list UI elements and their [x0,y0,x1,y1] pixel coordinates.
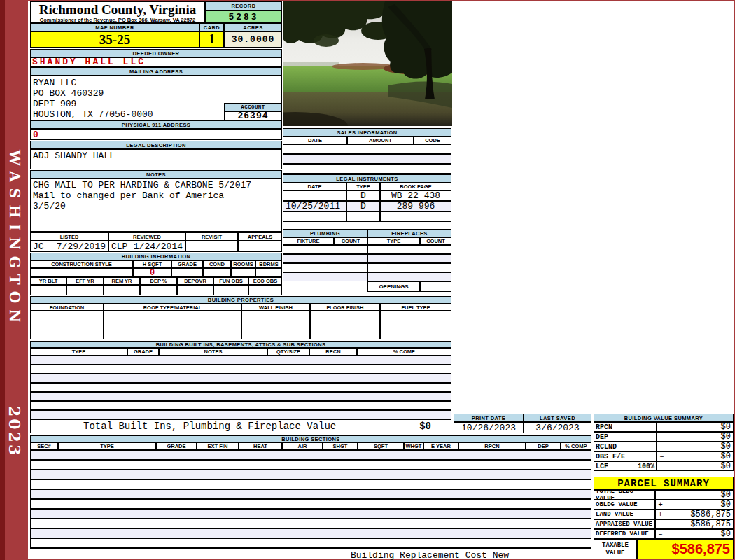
plumbing-count-label: COUNT [334,237,368,245]
funobs-label: FUN OBS [214,277,248,285]
hsqft-value[interactable]: 0 [133,268,172,277]
bvs-op: – [657,452,666,461]
building-sections-row[interactable] [30,489,592,499]
listed-value[interactable]: JC 7/29/2019 [30,241,108,252]
building-sections-row[interactable] [30,538,592,548]
bdrms-value[interactable] [255,268,282,277]
bs-dep-label: DEP [526,442,561,450]
cond-value[interactable] [203,268,231,277]
bvs-row-lcf: LCF100% $0 [594,461,734,471]
yrblt-label: YR BLT [30,277,66,285]
account-value[interactable]: 26394 [224,111,282,120]
floor-finish-value[interactable] [310,311,380,340]
revisit-value[interactable] [186,241,238,252]
plumbing-row[interactable] [283,254,368,263]
building-sections-row[interactable] [30,519,592,528]
card-value[interactable]: 1 [200,31,224,48]
li-bookpage[interactable]: WB 22 438 [380,190,451,201]
fuel-type-label: FUEL TYPE [380,304,451,311]
building-sections-row[interactable] [30,528,592,538]
roof-type-value[interactable] [104,311,241,340]
fireplace-count-label: COUNT [420,237,451,245]
sales-row[interactable] [283,154,451,164]
sales-amount-label: AMOUNT [347,136,414,144]
notes-box[interactable]: CHG MAIL TO PER HARDING & CARBONE 5/2017… [30,178,282,232]
built-ins-row[interactable] [30,401,451,410]
ps-value: $0 [665,491,733,499]
li-date-label: DATE [283,183,346,190]
appeals-value[interactable] [238,241,282,252]
bvs-op [657,462,666,470]
rooms-value[interactable] [231,268,255,277]
ps-op: – [656,530,665,538]
li-type[interactable]: D [346,201,380,211]
reviewed-value[interactable]: CLP 1/24/2014 [108,241,186,252]
yrblt-value[interactable] [30,285,66,295]
fireplace-row[interactable] [368,272,451,281]
li-bookpage[interactable]: 289 996 [380,201,451,211]
map-number-value[interactable]: 35-25 [30,31,200,48]
built-ins-row[interactable] [30,410,451,419]
bi-qtysize-label: QTY/SIZE [267,348,309,356]
built-ins-row[interactable] [30,392,451,401]
fireplace-row[interactable] [368,263,451,272]
legal-description-value[interactable]: ADJ SHANDY HALL [30,149,282,169]
physical-911-value[interactable]: 0 [30,129,282,140]
deeded-owner-value[interactable]: SHANDY HALL LLC [30,57,282,67]
fuel-type-value[interactable] [380,311,451,340]
built-ins-row[interactable] [30,356,451,365]
funobs-value[interactable] [214,285,248,295]
building-sections-row[interactable] [30,460,592,470]
wall-finish-label: WALL FINISH [241,304,310,311]
building-sections-row[interactable] [30,470,592,479]
bs-air-label: AIR [282,442,323,450]
building-sections-row[interactable] [30,450,592,460]
notes-line: CHG MAIL TO PER HARDING & CARBONE 5/2017 [33,180,281,190]
print-date-value: 10/26/2023 [454,422,524,433]
footer-row: Building Replacement Cost New [30,548,592,559]
bs-rpcn-label: RPCN [458,442,526,450]
plumbing-row[interactable] [283,263,368,272]
depovr-value[interactable] [177,285,214,295]
building-sections-row[interactable] [30,479,592,489]
mailing-address-box[interactable]: RYAN LLC PO BOX 460329 DEPT 909 HOUSTON,… [30,76,282,120]
built-ins-row[interactable] [30,365,451,374]
bi-grade-label: GRADE [127,348,159,356]
building-sections-row[interactable] [30,509,592,519]
built-ins-row[interactable] [30,383,451,392]
li-date[interactable] [283,211,346,222]
plumbing-row[interactable] [283,245,368,254]
ps-row-obldg: OBLDG VALUE + $0 [594,500,734,510]
grade-value[interactable] [172,268,203,277]
li-date[interactable] [283,190,346,201]
built-ins-row[interactable] [30,374,451,383]
li-type[interactable]: D [346,190,380,201]
bs-sqft-label: SQFT [358,442,404,450]
li-bookpage[interactable] [380,211,451,222]
fireplace-row[interactable] [368,245,451,254]
li-date[interactable]: 10/25/2011 [283,201,346,211]
foundation-value[interactable] [30,311,104,340]
bi-type-label: TYPE [30,348,127,356]
bs-shgt-label: SHGT [323,442,358,450]
record-value[interactable]: 5283 [205,10,282,23]
fireplace-row[interactable] [368,254,451,263]
construction-style-value[interactable] [30,268,133,277]
li-type[interactable] [346,211,380,222]
wall-finish-value[interactable] [241,311,310,340]
hsqft-label: H SQFT [133,260,172,268]
building-sections-row[interactable] [30,499,592,509]
plumbing-row[interactable] [283,272,368,281]
sales-row[interactable] [283,144,451,154]
remyr-value[interactable] [104,285,140,295]
deppct-value[interactable] [140,285,177,295]
last-saved-label: LAST SAVED [524,414,592,422]
ps-row-deferred: DEFERRED VALUE – $0 [594,529,734,539]
sales-row[interactable] [283,164,451,174]
ps-op [656,491,665,499]
acres-value[interactable]: 30.0000 [224,31,282,48]
ps-op: + [656,500,665,509]
effyr-value[interactable] [66,285,104,295]
ecoobs-value[interactable] [248,285,282,295]
openings-value[interactable] [420,281,451,292]
